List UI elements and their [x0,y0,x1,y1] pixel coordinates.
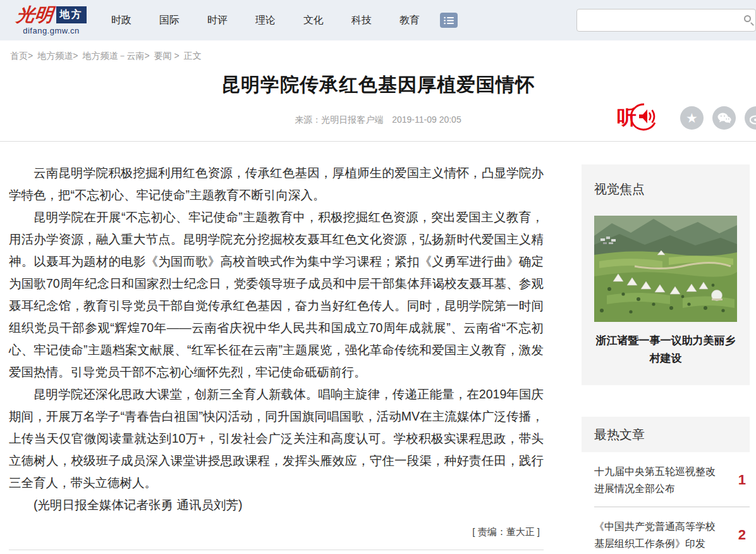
breadcrumb-link[interactable]: 地方频道－云南> [82,51,149,62]
hot-article-rank: 2 [738,527,750,543]
sidebar: 视觉焦点 [582,164,750,554]
nav-item[interactable]: 科技 [351,14,372,27]
article-datetime: 2019-11-09 20:05 [392,114,461,125]
article-paragraph: 昆明学院还深化思政大课堂，创新三全育人新载体。唱响主旋律，传递正能量，在2019… [9,383,544,494]
nav-item[interactable]: 时评 [207,14,228,27]
visual-focus-title: 视觉焦点 [594,181,737,198]
article-source: 来源：光明日报客户端 [295,114,383,125]
nav-item[interactable]: 理论 [255,14,276,27]
hot-articles-list: 十九届中央第五轮巡视整改进展情况全部公布 1 《中国共产党普通高等学校基层组织工… [582,452,750,554]
wechat-icon [717,113,731,123]
article-paragraph: 昆明学院在开展“不忘初心、牢记使命”主题教育中，积极挖掘红色资源，突出爱国主义教… [9,206,544,383]
logo-section-badge: 地方 [56,6,87,23]
hot-article-title[interactable]: 《中国共产党普通高等学校基层组织工作条例》印发 [594,518,719,552]
hot-article-item[interactable]: 十九届中央第五轮巡视整改进展情况全部公布 1 [594,452,750,507]
share-qzone-button[interactable]: ★ [680,106,704,130]
nav-item[interactable]: 时政 [111,14,131,27]
hot-articles-title: 最热文章 [582,417,750,452]
focus-caption-link[interactable]: 浙江诸暨一事一议助力美丽乡村建设 [594,332,737,367]
menu-list-icon[interactable] [440,13,458,28]
share-buttons: ★ [680,106,756,130]
breadcrumb-link[interactable]: 首页> [10,51,33,62]
share-wechat-button[interactable] [712,106,736,130]
nav-item[interactable]: 文化 [303,14,324,27]
article-bottom-divider [9,550,544,550]
search-input[interactable] [576,9,756,32]
site-header: 光明 地方 difang.gmw.cn 时政国际时评理论文化科技教育 [0,0,756,40]
search-box [576,9,756,32]
sidebar-gap [582,385,750,417]
page-title: 昆明学院传承红色基因厚植爱国情怀 [0,72,756,98]
qzone-star-icon: ★ [686,111,698,125]
hot-article-item[interactable]: 《中国共产党普通高等学校基层组织工作条例》印发 2 [594,507,750,554]
breadcrumb-link[interactable]: 要闻 > [154,51,180,62]
weibo-icon [750,112,756,125]
listen-audio-button[interactable]: 听 [617,102,656,135]
site-logo[interactable]: 光明 地方 difang.gmw.cn [8,6,95,35]
hot-article-title[interactable]: 十九届中央第五轮巡视整改进展情况全部公布 [594,463,719,497]
share-weibo-button[interactable] [745,106,756,130]
listen-speaker-icon: 听 [617,102,656,132]
breadcrumb-link[interactable]: 地方频道> [37,51,78,62]
main-content: 云南昆明学院积极挖掘利用红色资源，传承红色基因，厚植师生的爱国主义情怀，凸显学院… [0,142,756,554]
breadcrumb: 首页>地方频道>地方频道－云南>要闻 >正文 [0,40,756,62]
article-paragraph: 云南昆明学院积极挖掘利用红色资源，传承红色基因，厚植师生的爱国主义情怀，凸显学院… [9,162,544,206]
article-body: 云南昆明学院积极挖掘利用红色资源，传承红色基因，厚植师生的爱国主义情怀，凸显学院… [9,162,544,554]
article-paragraph: (光明日报全媒体记者张勇 通讯员刘芳) [9,494,544,516]
visual-focus-panel: 视觉焦点 [582,164,750,385]
focus-photo-tea-plantation[interactable] [594,216,737,322]
nav-item[interactable]: 国际 [159,14,180,27]
editor-credit: [ 责编：董大正 ] [9,526,544,538]
hot-article-rank: 1 [738,472,750,488]
breadcrumb-link[interactable]: 正文 [184,51,202,62]
article-header: 昆明学院传承红色基因厚植爱国情怀 来源：光明日报客户端 2019-11-09 2… [0,72,756,126]
nav-item[interactable]: 教育 [399,14,420,27]
logo-domain: difang.gmw.cn [8,26,95,35]
page: 光明 地方 difang.gmw.cn 时政国际时评理论文化科技教育 首页>地方… [0,0,756,554]
logo-brand-script: 光明 [15,6,54,24]
list-icon [444,16,454,25]
article-paragraphs: 云南昆明学院积极挖掘利用红色资源，传承红色基因，厚植师生的爱国主义情怀，凸显学院… [9,162,544,516]
search-icon[interactable] [744,15,751,22]
main-nav: 时政国际时评理论文化科技教育 [111,14,420,27]
